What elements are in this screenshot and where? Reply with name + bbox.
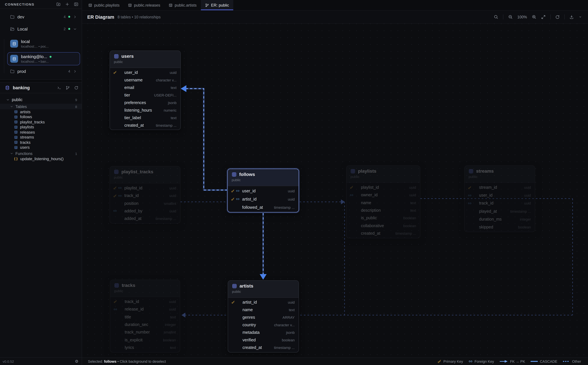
column-row-tracks-duration-sec: duration_sec integer	[110, 321, 180, 329]
column-type: smallint	[164, 330, 176, 334]
refresh-schema-icon[interactable]	[74, 85, 78, 90]
column-type: uuid	[170, 70, 177, 74]
download-options-caret-icon[interactable]	[579, 15, 582, 19]
column-type: uuid	[169, 307, 176, 311]
column-type: text	[171, 116, 177, 120]
table-card-artists[interactable]: artists public artist_id uuid name text …	[228, 280, 299, 352]
er-diagram-canvas[interactable]: users public user_id uuid username chara…	[82, 24, 588, 358]
tab-public-playlists[interactable]: public.playlists	[84, 0, 124, 10]
zoom-in-icon[interactable]	[532, 14, 536, 19]
chevron-down-icon	[10, 105, 14, 108]
table-card-users[interactable]: users public user_id uuid username chara…	[110, 50, 181, 130]
column-row-streams-duration-ms: duration_ms integer	[465, 215, 535, 223]
zoom-out-icon[interactable]	[508, 14, 513, 19]
column-type: uuid	[288, 189, 295, 193]
table-card-streams[interactable]: streams public stream_id uuid user_id uu…	[464, 165, 535, 232]
column-type: uuid	[169, 194, 176, 198]
table-card-tracks[interactable]: tracks public track_id uuid release_id u…	[110, 280, 180, 352]
column-type: jsonb	[168, 101, 177, 105]
cascade-line-icon	[531, 360, 538, 363]
relationship-arrowhead	[181, 85, 186, 92]
status-bar: v0.0.52 ⚙ Selected: follows • Click back…	[0, 358, 588, 365]
table-grid-icon	[350, 168, 355, 174]
table-schema: public	[232, 178, 295, 182]
tab-er-public[interactable]: ER: public	[201, 0, 233, 10]
sidebar-table-streams[interactable]: streams	[0, 135, 82, 140]
table-card-playlists[interactable]: playlists public playlist_id uuid owner_…	[346, 165, 420, 238]
download-icon[interactable]	[569, 15, 574, 19]
toolbar-divider	[550, 14, 551, 19]
column-row-users-preferences: preferences jsonb	[110, 99, 180, 106]
column-row-streams-track-id: track_id uuid	[465, 199, 535, 207]
er-diagram-icon[interactable]	[66, 85, 70, 90]
table-icon	[14, 110, 18, 114]
sidebar-separator	[0, 79, 82, 82]
column-type: uuid	[169, 186, 176, 190]
column-row-tracks-lyrics: lyrics text	[110, 344, 180, 351]
column-type: smallint	[164, 201, 176, 205]
sidebar-function-update-listening-hours[interactable]: { } update_listening_hours()	[0, 156, 82, 161]
column-type: integer	[165, 323, 176, 327]
relationship-arrowhead	[260, 274, 267, 280]
tab-public-artists[interactable]: public.artists	[165, 0, 201, 10]
column-type: text	[170, 346, 176, 350]
collapse-sidebar-icon[interactable]	[74, 2, 78, 7]
column-row-playlists-created-at: created_at timestamp ...	[346, 230, 420, 237]
connection-folder-dev[interactable]: dev 4	[0, 13, 82, 21]
table-grid-icon	[232, 283, 237, 288]
schema-row-public[interactable]: public 9	[0, 97, 82, 103]
primary-key-icon	[114, 300, 117, 303]
table-card-header: playlist_tracks public	[110, 166, 180, 183]
toolbar-divider	[564, 14, 565, 19]
column-type: timestamp ...	[274, 205, 295, 209]
primary-key-icon	[437, 359, 441, 363]
table-card-playlist_tracks[interactable]: playlist_tracks public playlist_id uuid …	[110, 166, 180, 224]
online-status-dot	[68, 16, 70, 18]
sidebar-table-artists[interactable]: artists	[0, 109, 82, 114]
table-grid-icon	[469, 168, 473, 174]
connection-subtitle: localhost:... • ban...	[21, 60, 51, 63]
table-schema: public	[232, 289, 295, 294]
connection-folder-prod[interactable]: prod 4	[0, 67, 82, 75]
sidebar-table-releases[interactable]: releases	[0, 130, 82, 135]
connection-item-banking-lo[interactable]: banking@lo... localhost:... • ban...	[7, 52, 80, 65]
table-schema: public	[469, 175, 531, 179]
functions-group-row[interactable]: Functions 1	[0, 151, 82, 156]
column-row-streams-stream-id: stream_id uuid	[465, 183, 535, 191]
foreign-key-icon	[236, 189, 240, 193]
sidebar-table-follows[interactable]: follows	[0, 114, 82, 119]
fit-view-icon[interactable]	[541, 15, 546, 19]
sidebar-table-users[interactable]: users	[0, 145, 82, 150]
tables-group-row[interactable]: Tables 8	[0, 104, 82, 109]
table-icon	[88, 3, 92, 7]
add-connection-icon[interactable]	[65, 2, 69, 7]
new-folder-icon[interactable]	[56, 2, 61, 7]
column-type: uuid	[524, 201, 531, 205]
column-row-playlist_tracks-added-by: added_by uuid	[110, 207, 180, 215]
column-type: ARRAY	[283, 316, 295, 319]
table-schema: public	[114, 289, 176, 293]
primary-key-icon	[231, 300, 235, 304]
table-card-follows[interactable]: follows public user_id uuid artist_id uu…	[227, 169, 299, 212]
connection-count: 4	[68, 69, 70, 73]
connection-folder-local[interactable]: Local 2	[0, 25, 82, 33]
primary-key-icon	[231, 197, 235, 201]
column-type: boolean	[282, 338, 295, 342]
column-type: text	[170, 315, 176, 319]
column-type: uuid	[409, 193, 416, 197]
refresh-diagram-icon[interactable]	[555, 15, 560, 19]
terminal-icon[interactable]	[57, 85, 61, 90]
sidebar-table-tracks[interactable]: tracks	[0, 140, 82, 145]
primary-key-icon	[468, 186, 471, 189]
sidebar-table-playlist-tracks[interactable]: playlist_tracks	[0, 119, 82, 125]
search-icon[interactable]	[493, 14, 498, 19]
column-type: uuid	[169, 300, 176, 303]
tab-public-releases[interactable]: public.releases	[124, 0, 165, 10]
database-name: banking	[13, 85, 30, 90]
connection-item-local[interactable]: local localhost:... • poc...	[7, 37, 80, 50]
settings-gear-icon[interactable]: ⚙	[75, 359, 78, 363]
column-row-artists-country: country character v...	[228, 321, 299, 329]
table-card-header: streams public	[465, 166, 535, 183]
table-icon	[14, 125, 18, 129]
sidebar-table-playlists[interactable]: playlists	[0, 125, 82, 130]
